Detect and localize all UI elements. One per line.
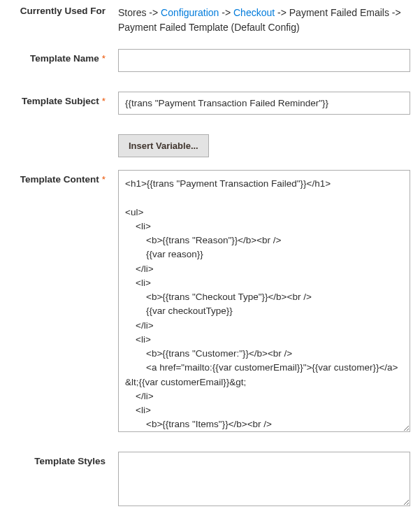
- template-subject-label: Template Subject*: [10, 92, 118, 106]
- template-subject-input[interactable]: [118, 92, 410, 115]
- template-styles-textarea[interactable]: [118, 452, 410, 506]
- currently-used-for-label: Currently Used For: [10, 6, 118, 16]
- required-marker: *: [102, 96, 106, 106]
- breadcrumb-link-checkout[interactable]: Checkout: [233, 7, 275, 18]
- breadcrumb-link-configuration[interactable]: Configuration: [161, 7, 219, 18]
- breadcrumb: Stores -> Configuration -> Checkout -> P…: [118, 6, 410, 35]
- template-content-textarea[interactable]: [118, 170, 410, 432]
- insert-variable-button[interactable]: Insert Variable...: [118, 134, 209, 157]
- template-name-input[interactable]: [118, 49, 410, 72]
- required-marker: *: [102, 53, 106, 64]
- required-marker: *: [102, 174, 106, 185]
- template-styles-label: Template Styles: [10, 452, 118, 466]
- breadcrumb-text: Stores ->: [118, 7, 161, 18]
- template-content-label: Template Content*: [10, 170, 118, 185]
- breadcrumb-sep: ->: [219, 7, 233, 18]
- template-name-label: Template Name*: [10, 49, 118, 64]
